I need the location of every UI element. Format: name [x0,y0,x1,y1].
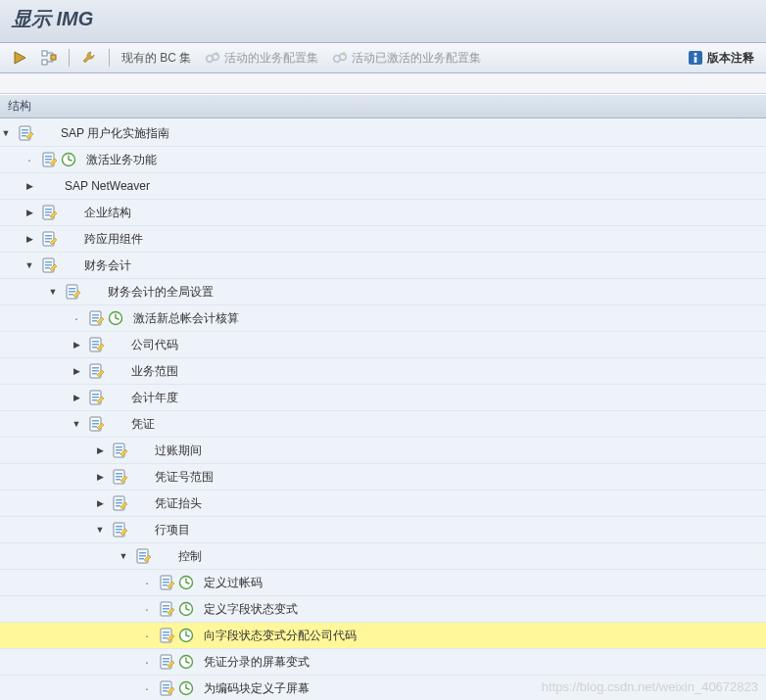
tree-row[interactable]: ▼财务会计 [0,253,766,279]
tree-row[interactable]: ▶凭证抬头 [0,490,766,517]
tree-row[interactable]: ▶SAP NetWeaver [0,173,766,200]
clock-icon[interactable] [178,654,194,670]
document-icon[interactable] [159,575,174,590]
document-icon[interactable] [41,152,57,167]
clock-icon[interactable] [178,628,194,643]
caret-leaf-icon: · [141,654,153,670]
activity-bc-set-label: 活动的业务配置集 [224,50,318,67]
document-icon[interactable] [41,205,57,220]
document-icon[interactable] [159,654,174,670]
tree-row[interactable]: ▼SAP 用户化实施指南 [0,120,766,147]
tree-node-label: 向字段状态变式分配公司代码 [198,628,357,644]
existing-bc-set-button[interactable]: 现有的 BC 集 [118,48,195,69]
caret-closed-icon[interactable]: ▶ [94,445,106,455]
tree-row[interactable]: ·激活业务功能 [0,147,766,173]
caret-closed-icon[interactable]: ▶ [94,498,106,508]
document-icon[interactable] [88,363,104,379]
caret-leaf-icon: · [141,628,153,643]
tree-node-label: 会计年度 [125,390,178,406]
tree-row[interactable]: ▼凭证 [0,411,766,438]
info-icon [688,50,703,66]
caret-open-icon[interactable]: ▼ [24,260,35,270]
tree-node-label: 激活业务功能 [80,152,157,168]
caret-open-icon[interactable]: ▼ [71,419,82,429]
activated-bc-set-button[interactable]: 活动已激活的业务配置集 [328,48,485,69]
document-icon[interactable] [88,310,104,326]
chain-icon [205,50,220,66]
tree-node-label: 凭证抬头 [149,495,202,512]
document-icon[interactable] [159,680,174,696]
document-icon[interactable] [112,469,127,485]
caret-leaf-icon: · [141,680,153,696]
caret-closed-icon[interactable]: ▶ [24,234,35,244]
tree-row[interactable]: ·定义过帐码 [0,570,766,596]
tree-node-label: 为编码块定义子屏幕 [198,680,310,697]
tree-node-label: SAP NetWeaver [59,179,150,193]
caret-closed-icon[interactable]: ▶ [71,393,82,402]
document-icon[interactable] [112,522,127,537]
tree-node-label: 凭证分录的屏幕变式 [198,654,310,671]
clock-icon[interactable] [178,575,194,590]
clock-icon[interactable] [108,310,123,326]
tree-node-label: 定义过帐码 [198,575,263,591]
caret-open-icon[interactable]: ▼ [47,287,59,297]
tree-node-label: 控制 [172,548,202,565]
document-icon[interactable] [159,601,174,617]
wrench-icon [81,50,97,66]
tree-icon [41,50,57,66]
document-icon[interactable] [135,548,151,564]
activated-bc-set-label: 活动已激活的业务配置集 [352,50,481,67]
tree-row[interactable]: ▶跨应用组件 [0,226,766,253]
tree-node-label: 跨应用组件 [78,231,143,248]
tree-node-label: 企业结构 [78,205,131,221]
wrench-button[interactable] [77,48,101,68]
toolbar: 现有的 BC 集 活动的业务配置集 活动已激活的业务配置集 版本注释 [0,43,766,73]
caret-closed-icon[interactable]: ▶ [24,181,35,191]
tree-row[interactable]: ▶公司代码 [0,332,766,358]
document-icon[interactable] [112,443,127,458]
tree-row[interactable]: ▼行项目 [0,517,766,543]
document-icon[interactable] [112,495,127,511]
tree-row[interactable]: ▶过账期间 [0,438,766,464]
chain-icon [332,50,348,66]
tree-row[interactable]: ·定义字段状态变式 [0,596,766,623]
tree-row[interactable]: ▶企业结构 [0,200,766,226]
tree-view-button[interactable] [37,48,61,68]
caret-open-icon[interactable]: ▼ [0,128,12,138]
tree-row[interactable]: ·向字段状态变式分配公司代码 [0,623,766,649]
caret-closed-icon[interactable]: ▶ [24,208,35,217]
document-icon[interactable] [88,390,104,405]
tree-row[interactable]: ·激活新总帐会计核算 [0,305,766,332]
caret-open-icon[interactable]: ▼ [94,525,106,535]
tree-node-label: 公司代码 [125,337,178,353]
tree-row[interactable]: ▶会计年度 [0,385,766,411]
clock-icon[interactable] [178,601,194,617]
document-icon[interactable] [41,257,57,273]
tree-row[interactable]: ▶凭证号范围 [0,464,766,490]
document-icon[interactable] [88,337,104,352]
document-icon[interactable] [88,416,104,432]
expand-icon [12,50,27,66]
tree-row[interactable]: ▼控制 [0,543,766,570]
clock-icon[interactable] [178,680,194,696]
tree-row[interactable]: ▼财务会计的全局设置 [0,279,766,305]
tree-row[interactable]: ▶业务范围 [0,358,766,385]
caret-leaf-icon: · [141,601,153,617]
caret-closed-icon[interactable]: ▶ [71,340,82,350]
document-icon[interactable] [65,284,80,300]
tree-row[interactable]: ·为编码块定义子屏幕 [0,676,766,700]
expand-all-button[interactable] [8,48,31,68]
clock-icon[interactable] [61,152,76,167]
tree-row[interactable]: ·凭证分录的屏幕变式 [0,649,766,676]
document-icon[interactable] [18,125,33,141]
caret-closed-icon[interactable]: ▶ [71,366,82,376]
tree-node-label: 业务范围 [125,363,178,380]
version-notes-button[interactable]: 版本注释 [684,48,758,69]
document-icon[interactable] [159,628,174,643]
tree-node-label: SAP 用户化实施指南 [55,125,169,142]
caret-open-icon[interactable]: ▼ [118,551,129,561]
caret-closed-icon[interactable]: ▶ [94,472,106,482]
document-icon[interactable] [41,231,57,247]
activity-bc-set-button[interactable]: 活动的业务配置集 [201,48,322,69]
caret-leaf-icon: · [24,152,35,167]
